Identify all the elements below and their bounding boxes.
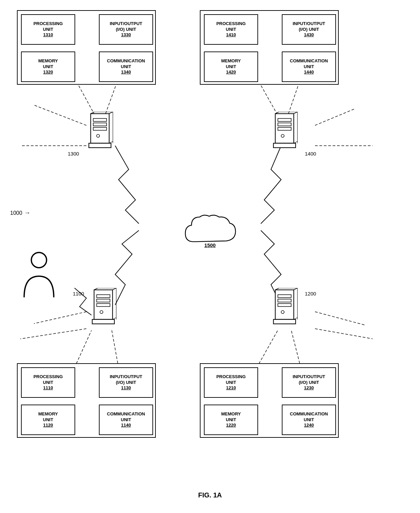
io-unit-1130: INPUT/OUTPUT (I/O) UNIT 1130	[99, 367, 153, 398]
mem-1420-id: 1420	[226, 69, 236, 75]
comm-1140-label2: UNIT	[121, 417, 131, 423]
comm-1340-label2: UNIT	[121, 64, 131, 70]
comm-1140-label: COMMUNICATION	[107, 411, 145, 417]
node-1400-box: PROCESSING UNIT 1410 INPUT/OUTPUT (I/O) …	[200, 10, 339, 85]
proc-unit-1110: PROCESSING UNIT 1110	[21, 367, 75, 398]
io-1430-id: 1430	[304, 32, 314, 38]
proc-1110-label: PROCESSING	[34, 374, 63, 380]
mem-1320-label2: UNIT	[43, 64, 53, 70]
server-1400-label: 1400	[305, 151, 316, 157]
proc-unit-1210: PROCESSING UNIT 1210	[204, 367, 258, 398]
mem-unit-1120: MEMORY UNIT 1120	[21, 405, 75, 435]
io-1130-label: INPUT/OUTPUT	[110, 374, 142, 380]
io-unit-1430: INPUT/OUTPUT (I/O) UNIT 1430	[282, 14, 336, 45]
comm-1440-id: 1440	[304, 69, 314, 75]
server-1300	[83, 112, 117, 152]
io-1430-label2: (I/O) UNIT	[299, 27, 319, 33]
svg-line-36	[34, 105, 86, 125]
io-1130-label2: (I/O) UNIT	[116, 380, 136, 386]
comm-1440-label2: UNIT	[304, 64, 314, 70]
server-1400	[268, 112, 301, 152]
io-1230-id: 1230	[304, 385, 314, 391]
server-1300-label: 1300	[68, 151, 79, 157]
mem-1120-label2: UNIT	[43, 417, 53, 423]
io-unit-1330: INPUT/OUTPUT (I/O) UNIT 1330	[99, 14, 153, 45]
svg-line-39	[315, 329, 373, 339]
io-1230-label2: (I/O) UNIT	[299, 380, 319, 386]
io-1130-id: 1130	[121, 385, 131, 391]
network-1500: 1500	[181, 213, 239, 250]
server-1200-label: 1200	[305, 291, 316, 296]
io-1430-label: INPUT/OUTPUT	[293, 21, 325, 27]
person-icon	[17, 251, 61, 302]
svg-line-40	[34, 312, 86, 324]
svg-line-33	[291, 330, 301, 368]
node-1300-box: PROCESSING UNIT 1310 INPUT/OUTPUT (I/O) …	[17, 10, 156, 85]
mem-unit-1420: MEMORY UNIT 1420	[204, 52, 258, 82]
svg-rect-47	[89, 143, 111, 148]
proc-1310-id: 1310	[43, 32, 53, 38]
proc-1210-label: PROCESSING	[216, 374, 246, 380]
node-1100-box: PROCESSING UNIT 1110 INPUT/OUTPUT (I/O) …	[17, 363, 156, 438]
comm-1240-label: COMMUNICATION	[290, 411, 328, 417]
proc-1410-label: PROCESSING	[216, 21, 246, 27]
diagram-label-1000: 1000 →	[10, 209, 30, 217]
comm-1240-label2: UNIT	[304, 417, 314, 423]
mem-1120-label: MEMORY	[38, 411, 58, 417]
proc-1210-label2: UNIT	[226, 380, 236, 386]
server-1100-label: 1100	[73, 291, 84, 296]
comm-unit-1440: COMMUNICATION UNIT 1440	[282, 52, 336, 82]
comm-unit-1240: COMMUNICATION UNIT 1240	[282, 405, 336, 435]
comm-1340-label: COMMUNICATION	[107, 58, 145, 64]
svg-rect-69	[92, 320, 114, 324]
svg-rect-58	[273, 143, 295, 148]
io-1330-id: 1330	[121, 32, 131, 38]
node-1200-box: PROCESSING UNIT 1210 INPUT/OUTPUT (I/O) …	[200, 363, 339, 438]
io-1230-label: INPUT/OUTPUT	[293, 374, 325, 380]
server-1100	[86, 288, 120, 329]
proc-1410-label2: UNIT	[226, 27, 236, 33]
mem-1420-label2: UNIT	[226, 64, 236, 70]
mem-1120-id: 1120	[43, 423, 53, 428]
svg-line-34	[315, 108, 356, 125]
svg-point-86	[31, 252, 47, 268]
mem-1320-id: 1320	[43, 69, 53, 75]
comm-1140-id: 1140	[121, 423, 131, 428]
mem-1320-label: MEMORY	[38, 58, 58, 64]
comm-1440-label: COMMUNICATION	[290, 58, 328, 64]
proc-1410-id: 1410	[226, 32, 236, 38]
arrow-right-icon: →	[24, 209, 30, 217]
svg-rect-80	[273, 320, 295, 324]
comm-unit-1140: COMMUNICATION UNIT 1140	[99, 405, 153, 435]
proc-unit-1310: PROCESSING UNIT 1310	[21, 14, 75, 45]
svg-line-41	[20, 329, 86, 339]
mem-unit-1220: MEMORY UNIT 1220	[204, 405, 258, 435]
mem-1220-label2: UNIT	[226, 417, 236, 423]
mem-1220-id: 1220	[226, 423, 236, 428]
proc-1210-id: 1210	[226, 385, 236, 391]
comm-unit-1340: COMMUNICATION UNIT 1340	[99, 52, 153, 82]
proc-1310-label2: UNIT	[43, 27, 53, 33]
proc-1110-label2: UNIT	[43, 380, 53, 386]
svg-line-32	[257, 330, 278, 368]
svg-line-31	[112, 330, 119, 368]
server-1200	[268, 288, 301, 329]
proc-1110-id: 1110	[43, 385, 53, 391]
io-1330-label: INPUT/OUTPUT	[110, 21, 142, 27]
network-1500-label: 1500	[204, 242, 215, 248]
io-unit-1230: INPUT/OUTPUT (I/O) UNIT 1230	[282, 367, 336, 398]
diagram: PROCESSING UNIT 1310 INPUT/OUTPUT (I/O) …	[0, 0, 420, 495]
mem-1420-label: MEMORY	[221, 58, 241, 64]
svg-line-30	[75, 330, 91, 368]
io-1330-label2: (I/O) UNIT	[116, 27, 136, 33]
mem-unit-1320: MEMORY UNIT 1320	[21, 52, 75, 82]
proc-1310-label: PROCESSING	[34, 21, 63, 27]
comm-1240-id: 1240	[304, 423, 314, 428]
mem-1220-label: MEMORY	[221, 411, 241, 417]
proc-unit-1410: PROCESSING UNIT 1410	[204, 14, 258, 45]
svg-line-38	[315, 312, 366, 325]
comm-1340-id: 1340	[121, 69, 131, 75]
